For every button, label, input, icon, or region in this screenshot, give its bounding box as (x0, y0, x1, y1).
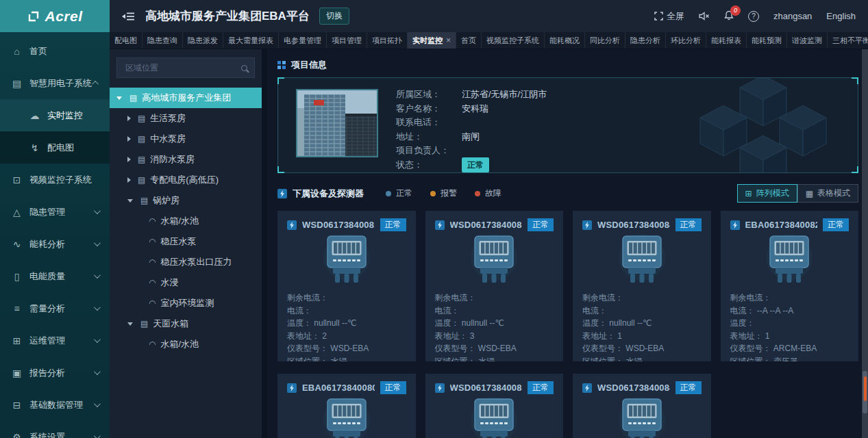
caret-right-icon[interactable] (127, 136, 131, 142)
device-card[interactable]: WSD06173840084 正常 (573, 374, 711, 438)
sidebar-item[interactable]: ↯配电图 (0, 131, 110, 164)
gauge-icon: ◠ (149, 339, 156, 349)
tree-node-label: 锅炉房 (153, 194, 179, 207)
notifications-button[interactable]: 0 (724, 10, 734, 23)
device-card[interactable]: WSD06173840084 正常 剩余电流：电流：温度： nullnull -… (425, 211, 564, 361)
tab-label: 环比分析 (671, 36, 701, 46)
device-card[interactable]: EBA06173840082 正常 剩余电流：电流： --A --A --A温度… (721, 211, 859, 361)
username[interactable]: zhangsan (773, 11, 812, 21)
sidebar-item[interactable]: ⊞运维管理 (0, 324, 110, 357)
device-status-badge: 正常 (675, 218, 702, 231)
tab-item[interactable]: 同比分析 (585, 32, 625, 49)
tab-item[interactable]: 最大需量报表 (223, 32, 279, 49)
table-mode-button[interactable]: ▦ 表格模式 (797, 184, 858, 203)
gauge-icon: ◠ (149, 298, 156, 308)
device-name: EBA06173840080 (302, 383, 375, 393)
tree-node[interactable]: ◠稳压水泵 (110, 231, 262, 252)
tab-item[interactable]: 实时监控× (408, 32, 456, 49)
tab-label: 配电图 (114, 36, 137, 46)
legend-item: 报警 (430, 188, 457, 199)
device-card-header: WSD06173840081 正常 (287, 218, 406, 231)
language-switcher[interactable]: English (826, 11, 856, 21)
tree-node-label: 高地城市服务产业集团 (142, 92, 231, 104)
sidebar-item[interactable]: △隐患管理 (0, 196, 110, 228)
sidebar-item[interactable]: ⌂首页 (0, 35, 110, 67)
scrollbar-thumb[interactable] (863, 371, 867, 413)
caret-down-icon[interactable] (127, 199, 133, 203)
sidebar-item[interactable]: ▣报告分析 (0, 357, 110, 389)
scrollbar[interactable] (862, 49, 868, 438)
status-dot-icon (475, 191, 480, 196)
switch-button[interactable]: 切换 (319, 8, 349, 25)
tree-node[interactable]: ◠水箱/水池 (110, 211, 262, 231)
tree-node[interactable]: ▤中水泵房 (110, 129, 262, 149)
sidebar-item[interactable]: ☁实时监控 (0, 99, 110, 131)
search-icon[interactable] (241, 65, 247, 71)
tab-item[interactable]: 视频监控子系统 (482, 32, 545, 49)
tab-item[interactable]: 隐患分析 (625, 32, 666, 49)
tree-node[interactable]: ◠稳压水泵出口压力 (110, 252, 262, 272)
tab-item[interactable]: 项目管理 (327, 32, 367, 49)
field-label: 联系电话： (396, 116, 462, 130)
help-button[interactable]: ? (748, 11, 759, 22)
logo: Acrel (0, 0, 110, 32)
tab-item[interactable]: 项目拓扑 (367, 32, 408, 49)
sidebar-item[interactable]: ∿能耗分析 (0, 228, 110, 260)
sidebar-item-label: 基础数据管理 (29, 399, 83, 411)
building-icon: ▤ (140, 319, 148, 328)
caret-right-icon[interactable] (127, 177, 131, 183)
tab-item[interactable]: 能耗预测 (747, 32, 787, 49)
caret-right-icon[interactable] (127, 157, 131, 162)
tab-item[interactable]: 能耗报表 (706, 32, 747, 49)
sidebar-item[interactable]: ▯电能质量 (0, 260, 110, 292)
tab-item[interactable]: 谐波监测 (787, 32, 828, 49)
tab-item[interactable]: 首页 (456, 32, 482, 49)
grid-mode-button[interactable]: ⊞ 阵列模式 (737, 184, 797, 203)
tab-item[interactable]: 隐患查询 (142, 32, 183, 49)
legend-label: 正常 (396, 188, 412, 199)
tree-node[interactable]: ◠水箱/水池 (110, 334, 262, 355)
tab-item[interactable]: 能耗概况 (545, 32, 585, 49)
device-card[interactable]: WSD06173840084 正常 剩余电流：电流：温度： nullnull -… (573, 211, 711, 361)
sidebar-item[interactable]: ⊡视频监控子系统 (0, 164, 110, 196)
tree-node[interactable]: ▤高地城市服务产业集团 (110, 88, 262, 108)
device-name: WSD06173840084 (450, 383, 523, 393)
tab-item[interactable]: 配电图 (110, 32, 142, 49)
device-card[interactable]: WSD06173840084 正常 (425, 374, 564, 438)
fullscreen-button[interactable]: 全屏 (654, 10, 684, 23)
field-value: 南闸 (462, 130, 480, 144)
tab-close-icon[interactable]: × (446, 36, 451, 45)
caret-down-icon[interactable] (116, 96, 122, 100)
tree-node[interactable]: ▤锅炉房 (110, 190, 262, 211)
tab-item[interactable]: 电参量管理 (279, 32, 327, 49)
meter-icon (460, 234, 528, 287)
device-card[interactable]: WSD06173840081 正常 剩余电流：电流：温度： nullnull -… (277, 211, 416, 361)
status-legend: 正常报警故障 (386, 188, 501, 199)
device-card[interactable]: EBA06173840080 正常 (277, 374, 416, 438)
tree-node[interactable]: ▤专配电房(高低压) (110, 170, 262, 190)
mute-button[interactable] (699, 12, 710, 21)
tab-item[interactable]: 环比分析 (666, 32, 706, 49)
chevron-down-icon (94, 272, 101, 279)
caret-right-icon[interactable] (127, 116, 131, 121)
field-label: 项目负责人： (396, 144, 462, 158)
tree-node[interactable]: ▤天面水箱 (110, 313, 262, 334)
section-title: 下属设备及探测器 (293, 188, 364, 200)
tab-item[interactable]: 三相不平衡度 (828, 32, 868, 49)
tree-node[interactable]: ◠室内环境监测 (110, 293, 262, 313)
search-input[interactable] (124, 62, 237, 73)
tree-node[interactable]: ▤消防水泵房 (110, 149, 262, 170)
sidebar-item[interactable]: ≡需量分析 (0, 292, 110, 324)
sidebar-item[interactable]: ▤智慧用电子系统 (0, 67, 110, 99)
sidebar-item-label: 首页 (29, 45, 47, 57)
tab-label: 最大需量报表 (228, 36, 273, 46)
menu-fold-icon[interactable] (122, 11, 134, 22)
sidebar-item[interactable]: ⊟基础数据管理 (0, 389, 110, 421)
lines-icon: ≡ (11, 303, 23, 314)
tree-node[interactable]: ◠水浸 (110, 272, 262, 293)
tree-node[interactable]: ▤生活泵房 (110, 108, 262, 129)
tab-item[interactable]: 隐患派发 (183, 32, 223, 49)
sidebar-item[interactable]: ⚙系统设置 (0, 421, 110, 438)
caret-down-icon[interactable] (127, 322, 133, 326)
view-mode-buttons: ⊞ 阵列模式 ▦ 表格模式 (737, 184, 858, 203)
